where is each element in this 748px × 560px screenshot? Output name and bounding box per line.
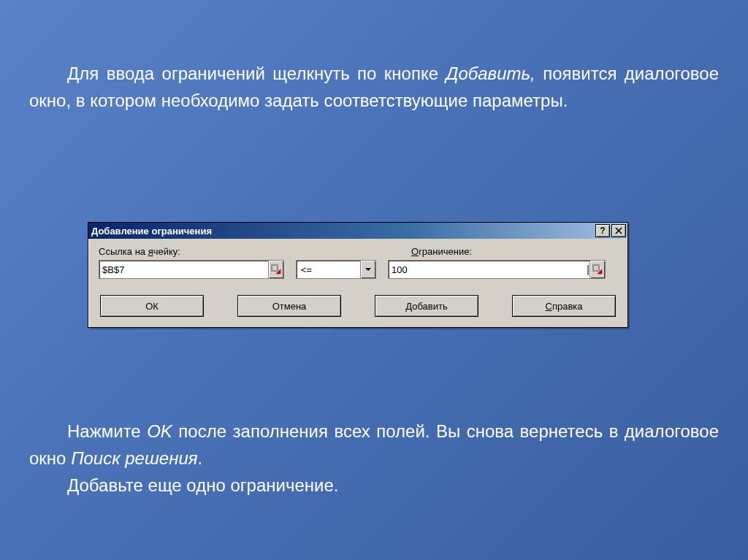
dialog-body: Ссылка на ячейку: Ограничение:: [88, 239, 627, 327]
limit-field[interactable]: |: [388, 260, 606, 279]
help-button[interactable]: ?: [595, 224, 610, 237]
help-button[interactable]: Справка: [512, 295, 616, 317]
limit-input[interactable]: [389, 261, 588, 278]
slide: Для ввода ограничений щелкнуть по кнопке…: [0, 0, 748, 560]
svg-rect-1: [272, 265, 278, 271]
close-icon: [615, 227, 622, 234]
operator-combo[interactable]: <=: [296, 260, 376, 279]
dialog-add-constraint: Добавление ограничения ? Ссылка на ячейк…: [88, 222, 628, 328]
range-picker-button[interactable]: [589, 261, 605, 278]
paragraph-top: Для ввода ограничений щелкнуть по кнопке…: [29, 60, 719, 114]
svg-rect-0: [272, 265, 278, 271]
ok-button[interactable]: ОК: [100, 295, 204, 317]
svg-rect-3: [593, 265, 599, 271]
cell-ref-field[interactable]: [99, 260, 284, 279]
cancel-button[interactable]: Отмена: [237, 295, 341, 317]
dropdown-button[interactable]: [360, 261, 375, 278]
label-limit: Ограничение:: [411, 246, 472, 257]
range-picker-icon: [271, 264, 281, 275]
help-icon: ?: [600, 226, 605, 236]
chevron-down-icon: [365, 266, 372, 273]
operator-value: <=: [297, 261, 360, 278]
titlebar[interactable]: Добавление ограничения ?: [88, 223, 627, 239]
range-picker-button[interactable]: [268, 261, 283, 278]
svg-rect-2: [593, 265, 599, 271]
range-picker-icon: [592, 264, 603, 275]
close-button[interactable]: [611, 224, 626, 237]
text: Для ввода ограничений щелкнуть по кнопке: [67, 64, 446, 83]
text-em: Добавить,: [446, 64, 535, 83]
add-button[interactable]: Добавить: [375, 295, 478, 317]
cell-ref-input[interactable]: [99, 261, 268, 278]
label-cell-ref: Ссылка на ячейку:: [99, 246, 180, 257]
paragraph-bottom: Нажмите OK после заполнения всех полей. …: [29, 418, 719, 499]
dialog-title: Добавление ограничения: [91, 226, 594, 237]
